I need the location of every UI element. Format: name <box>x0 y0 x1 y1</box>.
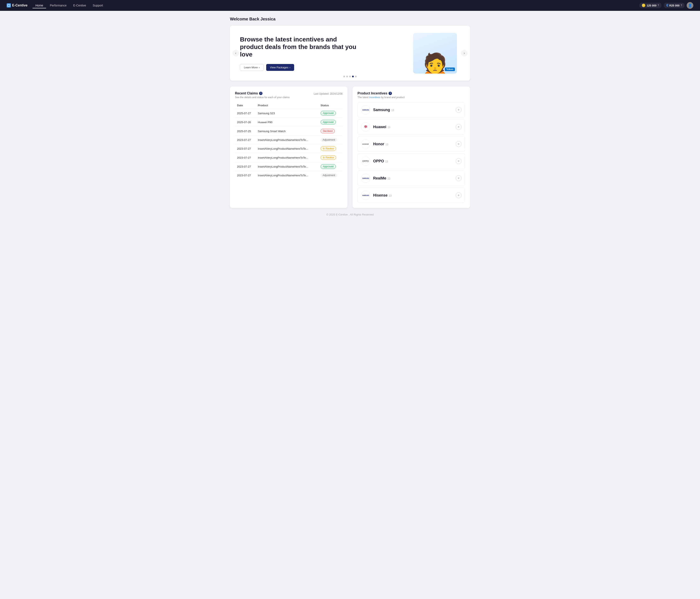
brand-expand-button[interactable]: + <box>456 124 461 130</box>
nav-ecentive[interactable]: E-Centive <box>70 2 89 8</box>
avatar-image: 👤 <box>688 3 692 7</box>
claims-help-icon[interactable]: ? <box>259 92 262 95</box>
page-title: Welcome Back Jessica <box>230 17 470 22</box>
coin-icon: 🪙 <box>642 3 646 7</box>
brand-item[interactable]: SAMSUNGRealMe13+ <box>357 171 465 186</box>
table-row[interactable]: 2023-07-27InsertAVeryLongProductNameHere… <box>235 162 343 171</box>
brand-count: 13 <box>388 126 390 129</box>
nav-performance[interactable]: Performance <box>47 2 69 8</box>
brand-name: Huawei13 <box>373 125 390 129</box>
brand-left: HONORHonor13 <box>361 140 388 149</box>
brand-expand-button[interactable]: + <box>456 107 461 113</box>
brand-logo: SAMSUNG <box>361 174 370 183</box>
avatar[interactable]: 👤 <box>687 2 693 9</box>
rands-value: R25 000 <box>669 4 680 7</box>
claims-table-body: 2025-07-27Samsung S23Approved2025-07-26H… <box>235 109 343 180</box>
cell-product: Huawei P90 <box>256 118 319 127</box>
cell-status: Adjustment <box>319 136 343 144</box>
nav-links: Home Performance E-Centive Support <box>32 2 638 8</box>
dot-1[interactable] <box>343 76 345 77</box>
status-badge: Adjustment <box>321 173 337 177</box>
banner-content: Browse the latest incentives and product… <box>240 35 361 71</box>
dot-3[interactable] <box>349 76 351 77</box>
view-packages-button[interactable]: View Packages › <box>266 64 294 71</box>
nav-home[interactable]: Home <box>32 2 46 8</box>
brand-expand-button[interactable]: + <box>456 141 461 147</box>
dot-2[interactable] <box>346 76 348 77</box>
rands-help[interactable]: ? <box>681 4 682 7</box>
status-badge: Adjustment <box>321 138 337 142</box>
table-row[interactable]: 2023-07-27InsertAVeryLongProductNameHere… <box>235 153 343 162</box>
banner-title: Browse the latest incentives and product… <box>240 35 361 58</box>
brand-logo: HONOR <box>361 140 370 149</box>
cell-date: 2025-07-27 <box>235 109 256 118</box>
table-row[interactable]: 2023-07-27InsertAVeryLongProductNameHere… <box>235 136 343 144</box>
banner-actions: Learn More › View Packages › <box>240 64 361 71</box>
cell-status: Approved <box>319 162 343 171</box>
cell-status: Approved <box>319 109 343 118</box>
brand-left: OPPOOPPO13 <box>361 156 388 166</box>
cell-date: 2023-07-27 <box>235 136 256 144</box>
brand-item[interactable]: 华Huawei13+ <box>357 119 465 135</box>
brand-name-text: Honor <box>373 142 384 146</box>
dot-4[interactable] <box>352 76 354 77</box>
cell-product: InsertAVeryLongProductNameHereToTe... <box>256 136 319 144</box>
brand-name: Honor13 <box>373 142 388 146</box>
brand-logo: OPPO <box>361 156 370 166</box>
cell-status: Adjustment <box>319 171 343 180</box>
rands-badge[interactable]: ₢ R25 000 ? <box>664 3 685 8</box>
table-row[interactable]: 2025-07-25Samsung Smart WatchDeclined <box>235 127 343 136</box>
brand-item[interactable]: SAMSUNGHisense13+ <box>357 188 465 203</box>
last-updated: Last Updated: 2024/12/08 <box>314 92 343 95</box>
brand-item[interactable]: HONORHonor13+ <box>357 136 465 152</box>
table-row[interactable]: 2025-07-26Huawei P90Approved <box>235 118 343 127</box>
cell-date: 2025-07-26 <box>235 118 256 127</box>
incentives-subtitle: The latest incentives by brand and produ… <box>357 96 465 99</box>
brand-left: SAMSUNGRealMe13 <box>361 174 390 183</box>
claims-title-group: Recent Claims ? See the details and stat… <box>235 92 290 99</box>
arrow-right-icon-2: › <box>289 66 290 69</box>
coins-badge[interactable]: 🪙 125 000 ? <box>639 3 661 8</box>
brand-expand-button[interactable]: + <box>456 175 461 181</box>
status-badge: In Review <box>321 146 336 151</box>
rand-icon: ₢ <box>666 3 668 7</box>
recent-claims-card: Recent Claims ? See the details and stat… <box>230 86 348 208</box>
brand-left: 华Huawei13 <box>361 122 390 131</box>
cell-product: InsertAVeryLongProductNameHereToTe... <box>256 144 319 153</box>
cell-date: 2025-07-25 <box>235 127 256 136</box>
learn-more-button[interactable]: Learn More › <box>240 64 264 71</box>
col-product: Product <box>256 102 319 109</box>
claims-table: Date Product Status 2025-07-27Samsung S2… <box>235 102 343 179</box>
brand-name: Hisense13 <box>373 193 392 198</box>
brand-expand-button[interactable]: + <box>456 158 461 164</box>
table-row[interactable]: 2023-07-27InsertAVeryLongProductNameHere… <box>235 144 343 153</box>
status-badge: Approved <box>321 120 336 124</box>
brand-item[interactable]: SAMSUNGSamsung13+ <box>357 102 465 118</box>
logo-icon <box>7 3 11 7</box>
brand-name-text: OPPO <box>373 159 384 163</box>
dot-5[interactable] <box>355 76 357 77</box>
banner-next-button[interactable]: › <box>461 50 468 56</box>
brand-item[interactable]: OPPOOPPO13+ <box>357 153 465 169</box>
banner-prev-button[interactable]: ‹ <box>232 50 239 56</box>
logo-text: E-Centive <box>12 3 27 7</box>
table-row[interactable]: 2025-07-27Samsung S23Approved <box>235 109 343 118</box>
coins-help[interactable]: ? <box>657 4 659 7</box>
claims-subtitle: See the details and status for each of y… <box>235 96 290 99</box>
brand-count: 13 <box>385 160 388 163</box>
incentives-help-icon[interactable]: ? <box>389 92 392 95</box>
status-badge: Approved <box>321 164 336 169</box>
table-row[interactable]: 2023-07-27InsertAVeryLongProductNameHere… <box>235 171 343 180</box>
status-badge: In Review <box>321 155 336 160</box>
brand-expand-button[interactable]: + <box>456 192 461 198</box>
product-incentives-card: Product Incentives ? The latest incentiv… <box>352 86 470 208</box>
logo[interactable]: E-Centive <box>7 3 27 7</box>
cell-status: Declined <box>319 127 343 136</box>
brand-logo: SAMSUNG <box>361 191 370 200</box>
cell-status: In Review <box>319 153 343 162</box>
nav-support[interactable]: Support <box>90 2 106 8</box>
brand-list: SAMSUNGSamsung13+华Huawei13+HONORHonor13+… <box>357 102 465 203</box>
claims-table-header: Date Product Status <box>235 102 343 109</box>
brand-name: Samsung13 <box>373 108 394 112</box>
brand-name-text: RealMe <box>373 176 386 180</box>
